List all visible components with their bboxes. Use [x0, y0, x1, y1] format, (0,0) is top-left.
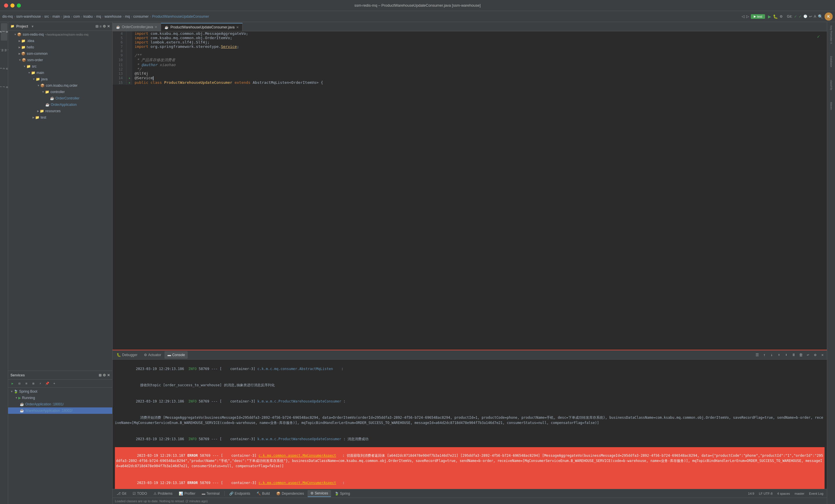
running-item[interactable]: ▼ ▶ Running: [8, 395, 112, 401]
database-icon[interactable]: Database: [828, 53, 834, 70]
code-editor[interactable]: 4 import com.ksabu.mq.common.obj.Message…: [113, 31, 827, 350]
breadcrumb-dis-mq[interactable]: dis-mq: [2, 15, 13, 19]
close-button[interactable]: [4, 3, 8, 7]
actuator-tab[interactable]: ⚙ Actuator: [141, 351, 164, 359]
breadcrumb-warehouse[interactable]: warehouse: [104, 15, 122, 19]
tree-item-ssm-order[interactable]: ▼ 📦 ssm-order: [8, 57, 112, 63]
favorites-tool-icon[interactable]: Favorites: [1, 84, 7, 90]
services-bottom-tab[interactable]: ⚙ Services: [308, 490, 331, 497]
pin-service-icon[interactable]: 📌: [44, 380, 50, 387]
debug-icon[interactable]: 🐛: [773, 14, 778, 19]
collapse-all-icon[interactable]: ⊟: [96, 24, 98, 28]
breadcrumb-ksabu[interactable]: ksabu: [83, 15, 93, 19]
navigate-fwd-icon[interactable]: ▷: [746, 14, 749, 19]
tree-item-package[interactable]: ▼ 📦 com.ksabu.mq.order: [8, 82, 112, 89]
scroll-up-icon[interactable]: ↑: [761, 352, 768, 358]
git-tab[interactable]: ⎇ Git: [114, 490, 129, 497]
warehouse-app-item[interactable]: ☕ WarehouseApplication :18002/: [8, 407, 112, 414]
run-service-icon[interactable]: ▶: [9, 380, 16, 387]
more-actions-icon[interactable]: ⚙: [779, 15, 783, 19]
services-settings-icon[interactable]: ⚙: [103, 373, 106, 377]
tree-item-main[interactable]: ▼ 📁 main: [8, 69, 112, 76]
classfile-icon[interactable]: classFile: [828, 77, 834, 94]
event-log-label[interactable]: Event Log: [809, 492, 823, 495]
git-check2-icon[interactable]: ✓: [799, 15, 802, 19]
error-class-link[interactable]: c.k.mq.common.aspect.MqConsumerAspect: [259, 454, 336, 458]
build-tab[interactable]: 🔨 Build: [253, 490, 273, 497]
project-tool-icon[interactable]: Project: [1, 23, 7, 41]
run-icon[interactable]: ▶: [768, 14, 771, 19]
error-class-link2[interactable]: c.k.mq.common.aspect.MqConsumerAspect: [259, 481, 336, 485]
expand-service-icon[interactable]: ≡: [23, 380, 29, 387]
add-service-icon[interactable]: +: [51, 380, 58, 387]
close-panel-btn[interactable]: ✕: [819, 352, 826, 358]
run-button[interactable]: ▶ test: [751, 14, 766, 19]
maven-icon[interactable]: Maven: [828, 100, 834, 112]
tree-item-java[interactable]: ▼ 📁 java: [8, 76, 112, 82]
dependencies-tab[interactable]: 📦 Dependencies: [273, 490, 307, 497]
maximize-button[interactable]: [17, 3, 21, 7]
tree-item-resources[interactable]: ▶ 📁 resources: [8, 108, 112, 114]
navigate-back-icon[interactable]: ◁: [741, 14, 745, 19]
spring-tab[interactable]: 🍃 Spring: [332, 490, 353, 497]
tree-item-controller-folder[interactable]: ▼ 📁 controller: [8, 89, 112, 95]
breadcrumb-main[interactable]: main: [53, 15, 60, 19]
breadcrumb-ssm-warehouse[interactable]: ssm-warehouse: [16, 15, 41, 19]
order-app-item[interactable]: ☕ OrderApplication :18001/: [8, 401, 112, 407]
tree-item-order-application[interactable]: ☕ OrderApplication: [8, 102, 112, 108]
services-expand-icon[interactable]: ⊞: [99, 373, 102, 377]
tree-item-test[interactable]: ▶ 📁 test: [8, 114, 112, 121]
endpoints-tab[interactable]: 🔗 Endpoints: [226, 490, 253, 497]
problems-tab[interactable]: ⚠ Problems: [150, 490, 176, 497]
scroll-down-icon[interactable]: ↓: [769, 352, 775, 358]
collapse-service-icon[interactable]: ⊟: [16, 380, 23, 387]
expand-all-icon[interactable]: ≡: [100, 24, 102, 28]
console-tab[interactable]: ▬ Console: [164, 351, 188, 359]
tree-item-order-controller[interactable]: ☕ OrderController: [8, 95, 112, 102]
tab-order-controller[interactable]: ☕ OrderController.java ✕: [113, 23, 161, 31]
project-dropdown-icon[interactable]: ▼: [31, 25, 34, 28]
services-close-icon[interactable]: ✕: [107, 373, 110, 377]
debugger-tab[interactable]: 🐛 Debugger: [114, 351, 140, 359]
window-controls[interactable]: [4, 3, 21, 7]
breadcrumb-consumer[interactable]: consumer: [134, 15, 149, 19]
console-output[interactable]: 2023-03-19 12:29:13.186 INFO 58769 --- […: [113, 360, 827, 489]
breadcrumb-src[interactable]: src: [44, 15, 49, 19]
user-avatar[interactable]: K: [824, 13, 833, 21]
settings-btn[interactable]: ⚙: [812, 352, 818, 358]
group-service-icon[interactable]: ⊞: [30, 380, 37, 387]
breadcrumb-class[interactable]: ProductWarehouseUpdateConsumer: [152, 15, 209, 19]
filter-icon[interactable]: ☰: [754, 352, 760, 358]
move-up-icon[interactable]: ⬆: [776, 352, 782, 358]
tab-close-order[interactable]: ✕: [155, 25, 157, 29]
commit-tool-icon[interactable]: Commit: [1, 47, 7, 54]
key-promoter-icon[interactable]: Key Promoter X: [828, 23, 834, 46]
close-panel-icon[interactable]: ✕: [107, 24, 110, 28]
breadcrumb-mq2[interactable]: mq: [125, 15, 130, 19]
terminal-tab[interactable]: ▬ Terminal: [199, 490, 223, 497]
structure-tool-icon[interactable]: Structure: [1, 65, 7, 72]
git-undo-icon[interactable]: ↩: [809, 15, 812, 19]
todo-tab[interactable]: ☑ TODO: [130, 490, 150, 497]
tab-close-warehouse[interactable]: ✕: [236, 25, 239, 29]
breadcrumb-mq[interactable]: mq: [96, 15, 101, 19]
tab-product-warehouse-consumer[interactable]: ☕ ProductWarehouseUpdateConsumer.java ✕: [161, 23, 243, 31]
clear-icon[interactable]: 🗑: [798, 352, 804, 358]
git-check-icon[interactable]: ✓: [794, 15, 797, 19]
wrap-icon[interactable]: ↩: [805, 352, 811, 358]
tree-item-src[interactable]: ▼ 📁 src: [8, 63, 112, 69]
spring-boot-item[interactable]: ▼ 🍃 Spring Boot: [8, 388, 112, 395]
breadcrumb-java[interactable]: java: [63, 15, 70, 19]
search-everywhere-icon[interactable]: 🔍: [818, 14, 823, 19]
profiler-tab[interactable]: 📊 Profiler: [176, 490, 198, 497]
settings-icon[interactable]: ⚙: [103, 24, 106, 28]
move-down-icon[interactable]: ⬇: [783, 352, 790, 358]
minimize-button[interactable]: [11, 3, 15, 7]
tree-item-hello[interactable]: ▶ 📁 hello: [8, 44, 112, 50]
breadcrumb-com[interactable]: com: [74, 15, 80, 19]
pause-icon[interactable]: ⏸: [790, 352, 797, 358]
translate-icon[interactable]: A: [814, 15, 816, 19]
tree-item-ssm-common[interactable]: ▶ 📦 ssm-common: [8, 50, 112, 57]
git-time-icon[interactable]: 🕐: [803, 15, 808, 18]
filter-service-icon[interactable]: ⚡: [37, 380, 43, 387]
